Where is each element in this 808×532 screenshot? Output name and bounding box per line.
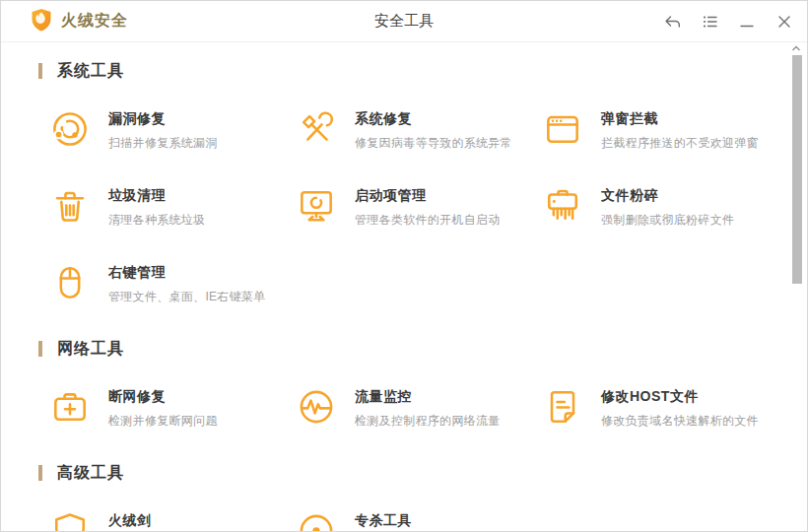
close-icon[interactable] bbox=[775, 13, 793, 31]
section-label: 高级工具 bbox=[57, 463, 124, 484]
app-window: 火绒安全 安全工具 bbox=[0, 0, 808, 532]
tool-subtitle: 管理各类软件的开机自启动 bbox=[355, 212, 501, 229]
scrollbar-up-arrow[interactable] bbox=[791, 44, 801, 52]
back-icon[interactable] bbox=[663, 13, 681, 31]
tool-title: 断网修复 bbox=[108, 388, 218, 406]
tool-subtitle: 清理各种系统垃圾 bbox=[108, 212, 205, 229]
menu-list-icon[interactable] bbox=[701, 13, 718, 31]
tool-title: 文件粉碎 bbox=[601, 187, 734, 205]
tool-item-popup-blocker[interactable]: 弹窗拦截 拦截程序推送的不受欢迎弹窗 bbox=[541, 107, 799, 155]
tool-subtitle: 强制删除或彻底粉碎文件 bbox=[601, 212, 734, 229]
shredder-icon bbox=[541, 184, 584, 228]
tool-item-traffic-monitor[interactable]: 流量监控 检测及控制程序的网络流量 bbox=[295, 385, 541, 432]
shield-flame-logo-icon bbox=[31, 8, 52, 35]
tool-subtitle: 拦截程序推送的不受欢迎弹窗 bbox=[601, 135, 759, 152]
tool-subtitle: 检测及控制程序的网络流量 bbox=[355, 413, 501, 430]
tool-item-network-repair[interactable]: 断网修复 检测并修复断网问题 bbox=[48, 385, 295, 432]
tool-title: 系统修复 bbox=[355, 110, 512, 128]
monitor-startup-icon bbox=[295, 184, 338, 228]
pulse-gauge-icon bbox=[295, 385, 338, 429]
first-aid-kit-icon bbox=[48, 385, 92, 429]
network-tools-grid: 断网修复 检测并修复断网问题 流量监控 检测及控制程序的网络流量 bbox=[48, 385, 807, 432]
titlebar: 火绒安全 安全工具 bbox=[1, 1, 807, 42]
section-bar bbox=[38, 465, 42, 481]
tool-item-host-file-editor[interactable]: 修改HOST文件 修改负责域名快速解析的文件 bbox=[541, 385, 799, 432]
tool-item-context-menu-manager[interactable]: 右键管理 管理文件、桌面、IE右键菜单 bbox=[48, 261, 295, 308]
section-bar bbox=[38, 341, 42, 357]
tool-item-special-killer[interactable]: 专杀工具 bbox=[295, 509, 541, 532]
tool-title: 垃圾清理 bbox=[108, 187, 205, 205]
tool-title: 修改HOST文件 bbox=[601, 388, 759, 406]
minimize-icon[interactable] bbox=[738, 13, 756, 31]
trash-icon bbox=[48, 184, 92, 228]
repair-tools-icon bbox=[295, 107, 338, 151]
shield-icon bbox=[48, 509, 92, 532]
tool-subtitle: 检测并修复断网问题 bbox=[108, 413, 218, 430]
advanced-tools-grid: 火绒剑 专杀工具 bbox=[48, 509, 807, 532]
tool-title: 流量监控 bbox=[355, 388, 501, 406]
tool-title: 启动项管理 bbox=[355, 187, 501, 205]
tool-title: 弹窗拦截 bbox=[601, 110, 759, 128]
tool-item-startup-manager[interactable]: 启动项管理 管理各类软件的开机自启动 bbox=[295, 184, 541, 232]
system-tools-grid: 漏洞修复 扫描并修复系统漏洞 系统修复 修复因病毒等导致的系统异常 bbox=[48, 107, 807, 308]
titlebar-actions bbox=[663, 13, 793, 31]
section-network-tools: 网络工具 bbox=[38, 338, 807, 360]
brand-name: 火绒安全 bbox=[61, 11, 128, 32]
popup-window-icon bbox=[541, 107, 584, 151]
tool-item-system-repair[interactable]: 系统修复 修复因病毒等导致的系统异常 bbox=[295, 107, 541, 155]
brand: 火绒安全 bbox=[31, 8, 128, 35]
document-file-icon bbox=[541, 385, 584, 429]
target-circle-icon bbox=[295, 509, 338, 532]
tool-title: 漏洞修复 bbox=[108, 110, 218, 128]
scrollbar-thumb[interactable] bbox=[792, 55, 802, 284]
tool-subtitle: 扫描并修复系统漏洞 bbox=[108, 135, 218, 152]
section-label: 网络工具 bbox=[57, 339, 124, 360]
section-system-tools: 系统工具 bbox=[38, 60, 807, 82]
tool-title: 火绒剑 bbox=[108, 512, 152, 530]
vulnerability-scan-icon bbox=[48, 107, 92, 151]
section-label: 系统工具 bbox=[57, 61, 124, 82]
tool-item-junk-clean[interactable]: 垃圾清理 清理各种系统垃圾 bbox=[48, 184, 295, 232]
tool-subtitle: 修改负责域名快速解析的文件 bbox=[601, 413, 759, 430]
tool-subtitle: 管理文件、桌面、IE右键菜单 bbox=[108, 289, 266, 305]
tool-subtitle: 修复因病毒等导致的系统异常 bbox=[355, 135, 512, 152]
tool-item-huorong-sword[interactable]: 火绒剑 bbox=[48, 509, 295, 532]
tool-title: 专杀工具 bbox=[355, 512, 412, 530]
mouse-icon bbox=[48, 261, 92, 304]
tool-title: 右键管理 bbox=[108, 264, 266, 282]
tool-item-vulnerability-fix[interactable]: 漏洞修复 扫描并修复系统漏洞 bbox=[48, 107, 295, 155]
tool-item-file-shredder[interactable]: 文件粉碎 强制删除或彻底粉碎文件 bbox=[541, 184, 799, 232]
section-advanced-tools: 高级工具 bbox=[38, 462, 807, 484]
section-bar bbox=[38, 63, 42, 79]
tools-panel: 系统工具 漏洞修复 扫描并修复系统漏洞 bbox=[1, 42, 807, 532]
